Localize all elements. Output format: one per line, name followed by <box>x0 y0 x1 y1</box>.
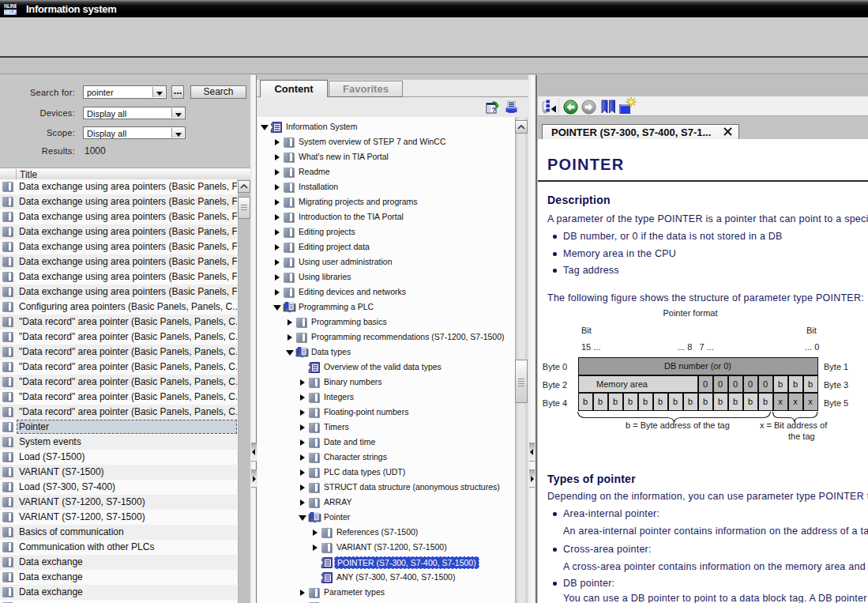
svg-text:?: ? <box>491 106 496 114</box>
